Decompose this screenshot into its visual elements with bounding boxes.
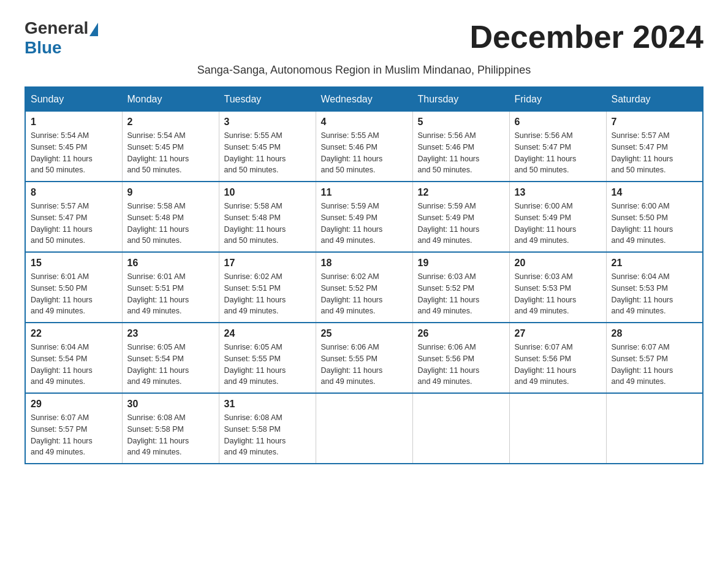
day-number: 10 bbox=[224, 187, 311, 198]
table-row: 25Sunrise: 6:06 AMSunset: 5:55 PMDayligh… bbox=[316, 323, 412, 393]
table-row: 11Sunrise: 5:59 AMSunset: 5:49 PMDayligh… bbox=[316, 182, 412, 252]
table-row: 14Sunrise: 6:00 AMSunset: 5:50 PMDayligh… bbox=[606, 182, 703, 252]
table-row: 30Sunrise: 6:08 AMSunset: 5:58 PMDayligh… bbox=[122, 393, 219, 464]
day-number: 25 bbox=[321, 328, 408, 339]
table-row: 20Sunrise: 6:03 AMSunset: 5:53 PMDayligh… bbox=[509, 252, 606, 323]
weekday-header-row: Sunday Monday Tuesday Wednesday Thursday… bbox=[25, 87, 703, 112]
calendar-week-row: 1Sunrise: 5:54 AMSunset: 5:45 PMDaylight… bbox=[25, 112, 703, 182]
calendar-week-row: 8Sunrise: 5:57 AMSunset: 5:47 PMDaylight… bbox=[25, 182, 703, 252]
day-info: Sunrise: 6:07 AMSunset: 5:57 PMDaylight:… bbox=[612, 342, 698, 388]
table-row: 17Sunrise: 6:02 AMSunset: 5:51 PMDayligh… bbox=[219, 252, 316, 323]
day-number: 7 bbox=[612, 117, 698, 128]
table-row: 7Sunrise: 5:57 AMSunset: 5:47 PMDaylight… bbox=[606, 112, 703, 182]
table-row: 10Sunrise: 5:58 AMSunset: 5:48 PMDayligh… bbox=[219, 182, 316, 252]
day-info: Sunrise: 5:56 AMSunset: 5:47 PMDaylight:… bbox=[515, 130, 601, 176]
day-number: 22 bbox=[31, 328, 117, 339]
day-info: Sunrise: 6:04 AMSunset: 5:53 PMDaylight:… bbox=[612, 271, 698, 317]
day-number: 24 bbox=[224, 328, 311, 339]
day-info: Sunrise: 6:02 AMSunset: 5:52 PMDaylight:… bbox=[321, 271, 408, 317]
table-row: 21Sunrise: 6:04 AMSunset: 5:53 PMDayligh… bbox=[606, 252, 703, 323]
logo-blue-text: Blue bbox=[25, 38, 62, 58]
day-info: Sunrise: 5:58 AMSunset: 5:48 PMDaylight:… bbox=[224, 201, 311, 247]
day-info: Sunrise: 6:01 AMSunset: 5:50 PMDaylight:… bbox=[31, 271, 117, 317]
header-monday: Monday bbox=[122, 87, 219, 112]
day-number: 11 bbox=[321, 187, 408, 198]
day-number: 23 bbox=[127, 328, 214, 339]
day-number: 19 bbox=[418, 258, 504, 269]
header-wednesday: Wednesday bbox=[316, 87, 412, 112]
table-row: 28Sunrise: 6:07 AMSunset: 5:57 PMDayligh… bbox=[606, 323, 703, 393]
header-tuesday: Tuesday bbox=[219, 87, 316, 112]
day-info: Sunrise: 5:54 AMSunset: 5:45 PMDaylight:… bbox=[127, 130, 214, 176]
calendar-week-row: 22Sunrise: 6:04 AMSunset: 5:54 PMDayligh… bbox=[25, 323, 703, 393]
table-row bbox=[606, 393, 703, 464]
day-number: 6 bbox=[515, 117, 601, 128]
subtitle: Sanga-Sanga, Autonomous Region in Muslim… bbox=[25, 64, 703, 77]
day-number: 20 bbox=[515, 258, 601, 269]
day-info: Sunrise: 6:04 AMSunset: 5:54 PMDaylight:… bbox=[31, 342, 117, 388]
day-info: Sunrise: 6:00 AMSunset: 5:50 PMDaylight:… bbox=[612, 201, 698, 247]
table-row: 31Sunrise: 6:08 AMSunset: 5:58 PMDayligh… bbox=[219, 393, 316, 464]
day-info: Sunrise: 6:05 AMSunset: 5:55 PMDaylight:… bbox=[224, 342, 311, 388]
table-row: 5Sunrise: 5:56 AMSunset: 5:46 PMDaylight… bbox=[412, 112, 509, 182]
table-row: 27Sunrise: 6:07 AMSunset: 5:56 PMDayligh… bbox=[509, 323, 606, 393]
table-row: 24Sunrise: 6:05 AMSunset: 5:55 PMDayligh… bbox=[219, 323, 316, 393]
calendar-week-row: 29Sunrise: 6:07 AMSunset: 5:57 PMDayligh… bbox=[25, 393, 703, 464]
table-row: 29Sunrise: 6:07 AMSunset: 5:57 PMDayligh… bbox=[25, 393, 122, 464]
day-number: 28 bbox=[612, 328, 698, 339]
table-row: 3Sunrise: 5:55 AMSunset: 5:45 PMDaylight… bbox=[219, 112, 316, 182]
day-number: 30 bbox=[127, 399, 214, 410]
table-row bbox=[509, 393, 606, 464]
day-info: Sunrise: 6:03 AMSunset: 5:53 PMDaylight:… bbox=[515, 271, 601, 317]
day-number: 15 bbox=[31, 258, 117, 269]
day-info: Sunrise: 5:55 AMSunset: 5:45 PMDaylight:… bbox=[224, 130, 311, 176]
day-info: Sunrise: 5:56 AMSunset: 5:46 PMDaylight:… bbox=[418, 130, 504, 176]
day-info: Sunrise: 6:00 AMSunset: 5:49 PMDaylight:… bbox=[515, 201, 601, 247]
table-row: 18Sunrise: 6:02 AMSunset: 5:52 PMDayligh… bbox=[316, 252, 412, 323]
day-number: 29 bbox=[31, 399, 117, 410]
day-number: 16 bbox=[127, 258, 214, 269]
day-info: Sunrise: 5:58 AMSunset: 5:48 PMDaylight:… bbox=[127, 201, 214, 247]
calendar-table: Sunday Monday Tuesday Wednesday Thursday… bbox=[25, 86, 703, 464]
day-info: Sunrise: 6:05 AMSunset: 5:54 PMDaylight:… bbox=[127, 342, 214, 388]
table-row: 1Sunrise: 5:54 AMSunset: 5:45 PMDaylight… bbox=[25, 112, 122, 182]
day-number: 9 bbox=[127, 187, 214, 198]
table-row: 15Sunrise: 6:01 AMSunset: 5:50 PMDayligh… bbox=[25, 252, 122, 323]
day-number: 12 bbox=[418, 187, 504, 198]
day-number: 17 bbox=[224, 258, 311, 269]
table-row: 23Sunrise: 6:05 AMSunset: 5:54 PMDayligh… bbox=[122, 323, 219, 393]
day-number: 14 bbox=[612, 187, 698, 198]
table-row: 26Sunrise: 6:06 AMSunset: 5:56 PMDayligh… bbox=[412, 323, 509, 393]
day-info: Sunrise: 5:57 AMSunset: 5:47 PMDaylight:… bbox=[31, 201, 117, 247]
header-thursday: Thursday bbox=[412, 87, 509, 112]
header-sunday: Sunday bbox=[25, 87, 122, 112]
table-row bbox=[412, 393, 509, 464]
day-number: 18 bbox=[321, 258, 408, 269]
header-friday: Friday bbox=[509, 87, 606, 112]
day-info: Sunrise: 6:01 AMSunset: 5:51 PMDaylight:… bbox=[127, 271, 214, 317]
day-info: Sunrise: 6:08 AMSunset: 5:58 PMDaylight:… bbox=[127, 412, 214, 458]
logo-triangle-icon bbox=[89, 23, 98, 36]
day-info: Sunrise: 5:59 AMSunset: 5:49 PMDaylight:… bbox=[321, 201, 408, 247]
day-number: 13 bbox=[515, 187, 601, 198]
day-number: 31 bbox=[224, 399, 311, 410]
table-row: 16Sunrise: 6:01 AMSunset: 5:51 PMDayligh… bbox=[122, 252, 219, 323]
header: General Blue December 2024 bbox=[25, 18, 703, 58]
day-info: Sunrise: 6:07 AMSunset: 5:57 PMDaylight:… bbox=[31, 412, 117, 458]
day-number: 21 bbox=[612, 258, 698, 269]
day-number: 1 bbox=[31, 117, 117, 128]
table-row: 4Sunrise: 5:55 AMSunset: 5:46 PMDaylight… bbox=[316, 112, 412, 182]
day-info: Sunrise: 5:57 AMSunset: 5:47 PMDaylight:… bbox=[612, 130, 698, 176]
logo-general-text: General bbox=[25, 18, 88, 38]
day-info: Sunrise: 6:08 AMSunset: 5:58 PMDaylight:… bbox=[224, 412, 311, 458]
day-number: 2 bbox=[127, 117, 214, 128]
day-info: Sunrise: 6:06 AMSunset: 5:56 PMDaylight:… bbox=[418, 342, 504, 388]
table-row: 13Sunrise: 6:00 AMSunset: 5:49 PMDayligh… bbox=[509, 182, 606, 252]
day-number: 5 bbox=[418, 117, 504, 128]
table-row bbox=[316, 393, 412, 464]
month-title: December 2024 bbox=[469, 18, 703, 55]
day-number: 4 bbox=[321, 117, 408, 128]
table-row: 6Sunrise: 5:56 AMSunset: 5:47 PMDaylight… bbox=[509, 112, 606, 182]
day-info: Sunrise: 5:59 AMSunset: 5:49 PMDaylight:… bbox=[418, 201, 504, 247]
table-row: 19Sunrise: 6:03 AMSunset: 5:52 PMDayligh… bbox=[412, 252, 509, 323]
